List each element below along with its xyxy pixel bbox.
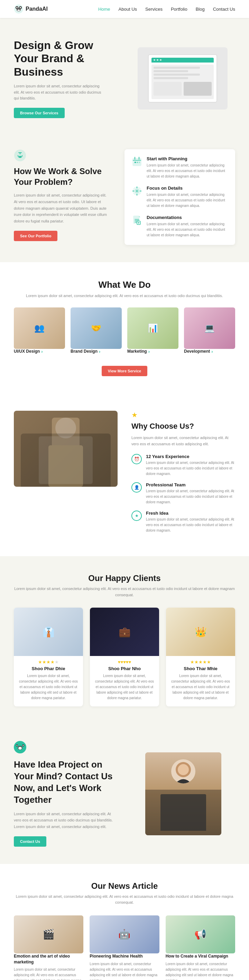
hero-mockup bbox=[138, 47, 228, 110]
how-item-2-text: Focus on Details Lorem ipsum dolor sit a… bbox=[147, 186, 228, 208]
service-label-4: Development › bbox=[184, 349, 235, 354]
star-2: ★ bbox=[42, 659, 46, 665]
news-image-1: 🎬 bbox=[14, 915, 83, 953]
why-item-3: ★ Fresh Idea Lorem ipsum dolor sit amet,… bbox=[131, 511, 235, 533]
how-item-2-title: Focus on Details bbox=[147, 186, 228, 191]
screen-bar bbox=[152, 58, 214, 62]
client-3-stars: ★ ★ ★ ★ ★ bbox=[166, 659, 235, 665]
news-title-3: How to Create a Viral Campaign bbox=[166, 953, 235, 959]
how-item-3-text: Documentations Lorem ipsum dolor sit ame… bbox=[147, 215, 228, 238]
mockup-line-4 bbox=[153, 77, 188, 79]
how-right: Start with Planning Lorem ipsum dolor si… bbox=[124, 149, 235, 245]
why-item-1-title: 12 Years Experience bbox=[146, 454, 235, 459]
why-item-2: 👤 Professional Team Lorem ipsum dolor si… bbox=[131, 482, 235, 505]
star-1: ♥ bbox=[118, 659, 121, 665]
why-description: Lorem ipsum dolor sit amet, consectetur … bbox=[131, 435, 235, 447]
arrow-icon-3: › bbox=[148, 349, 150, 354]
svg-rect-17 bbox=[139, 162, 140, 163]
news-section: Our News Article Lorem ipsum dolor sit a… bbox=[0, 864, 249, 980]
why-right: ★ Why Choose Us? Lorem ipsum dolor sit a… bbox=[131, 411, 235, 539]
svg-point-3 bbox=[16, 7, 18, 8]
cta-left: Have Idea Project on Your Mind? Contact … bbox=[14, 741, 118, 846]
cta-heading: Have Idea Project on Your Mind? Contact … bbox=[14, 759, 118, 805]
client-image-1: 👔 bbox=[14, 608, 83, 656]
svg-point-41 bbox=[18, 747, 22, 749]
why-heading: Why Choose Us? bbox=[131, 422, 235, 431]
cta-avatar bbox=[14, 741, 26, 753]
news-title-1: Emotion and the art of video marketing bbox=[14, 953, 83, 965]
why-item-2-desc: Lorem ipsum dolor sit amet, consectetur … bbox=[146, 488, 235, 505]
what-description: Lorem ipsum dolor sit amet, consectetur … bbox=[14, 294, 235, 298]
nav-links: Home About Us Services Portfolio Blog Co… bbox=[98, 6, 235, 12]
nav-contact[interactable]: Contact Us bbox=[213, 6, 235, 12]
hero-cta-button[interactable]: Browse Our Services bbox=[14, 108, 65, 118]
why-item-1-desc: Lorem ipsum dolor sit amet, consectetur … bbox=[146, 460, 235, 477]
svg-point-4 bbox=[20, 7, 21, 8]
clients-heading: Our Happy Clients bbox=[14, 573, 235, 583]
nav-about[interactable]: About Us bbox=[119, 6, 137, 12]
service-image-4: 💻 bbox=[184, 307, 235, 349]
client-card-2: 💼 ♥ ♥ ♥ ♥ ♥ Shoo Phar Nho Lorem ipsum do… bbox=[90, 608, 159, 706]
news-card-1: 🎬 Emotion and the art of video marketing… bbox=[14, 915, 83, 980]
service-card-1: 👥 UI/UX Design › bbox=[14, 307, 65, 354]
clock-icon: ⏰ bbox=[131, 454, 142, 464]
svg-point-8 bbox=[19, 9, 20, 10]
how-item-3-desc: Lorem ipsum dolor sit amet, consectetur … bbox=[147, 221, 228, 238]
news-image-3: 📢 bbox=[166, 915, 235, 953]
why-item-3-desc: Lorem ipsum dolor sit amet, consectetur … bbox=[146, 517, 235, 533]
star-4: ★ bbox=[203, 659, 207, 665]
nav-services[interactable]: Services bbox=[145, 6, 163, 12]
star-5: ♥ bbox=[129, 659, 131, 665]
why-image bbox=[14, 411, 118, 487]
news-card-3: 📢 How to Create a Viral Campaign Lorem i… bbox=[166, 915, 235, 980]
mockup-content bbox=[152, 65, 214, 99]
nav-home[interactable]: Home bbox=[98, 6, 110, 12]
mockup-line-3 bbox=[153, 73, 200, 76]
star-2: ♥ bbox=[120, 659, 123, 665]
how-item-1-desc: Lorem ipsum dolor sit amet, consectetur … bbox=[147, 163, 228, 179]
how-item-1: Start with Planning Lorem ipsum dolor si… bbox=[131, 156, 228, 179]
client-1-text: Lorem ipsum dolor sit amet, consectetur … bbox=[14, 673, 83, 701]
client-1-name: Shoo Phar Dhie bbox=[14, 666, 83, 671]
dot-1 bbox=[153, 59, 155, 61]
news-title-2: Pioneering Machine Health bbox=[89, 953, 159, 959]
hero-heading: Design & Grow Your Brand & Business bbox=[14, 39, 119, 78]
star-2: ★ bbox=[194, 659, 198, 665]
clients-section: Our Happy Clients Lorem ipsum dolor sit … bbox=[0, 556, 249, 724]
service-image-2: 🤝 bbox=[70, 307, 122, 349]
clients-description: Lorem ipsum dolor sit amet, consectetur … bbox=[14, 586, 235, 598]
why-item-3-title: Fresh Idea bbox=[146, 511, 235, 516]
cta-contact-button[interactable]: Contact Us bbox=[14, 836, 46, 847]
dot-3 bbox=[160, 59, 161, 61]
service-card-3: 📊 Marketing › bbox=[127, 307, 179, 354]
how-left: How We Work & Solve Your Problem? Lorem … bbox=[14, 149, 111, 241]
service-label-3: Marketing › bbox=[127, 349, 179, 354]
hero-description: Lorem ipsum dolor sit amet, consectetur … bbox=[14, 83, 104, 102]
arrow-icon-1: › bbox=[41, 349, 43, 354]
star-1: ★ bbox=[38, 659, 42, 665]
how-item-3-title: Documentations bbox=[147, 215, 228, 220]
how-portfolio-button[interactable]: See Our Portfolio bbox=[14, 231, 57, 241]
how-item-1-text: Start with Planning Lorem ipsum dolor si… bbox=[147, 156, 228, 179]
view-more-service-button[interactable]: View More Service bbox=[102, 366, 147, 376]
client-2-text: Lorem ipsum dolor sit amet, consectetur … bbox=[90, 673, 159, 701]
why-item-2-title: Professional Team bbox=[146, 482, 235, 487]
why-item-1: ⏰ 12 Years Experience Lorem ipsum dolor … bbox=[131, 454, 235, 477]
nav-blog[interactable]: Blog bbox=[196, 6, 205, 12]
why-section: ★ Why Choose Us? Lorem ipsum dolor sit a… bbox=[0, 393, 249, 556]
news-card-2: 🤖 Pioneering Machine Health Lorem ipsum … bbox=[89, 915, 159, 980]
nav-portfolio[interactable]: Portfolio bbox=[171, 6, 187, 12]
client-3-text: Lorem ipsum dolor sit amet, consectetur … bbox=[166, 673, 235, 701]
news-image-2: 🤖 bbox=[89, 915, 159, 953]
star-5: ★ bbox=[55, 659, 59, 665]
what-section: What We Do Lorem ipsum dolor sit amet, c… bbox=[0, 262, 249, 393]
arrow-icon-2: › bbox=[99, 349, 100, 354]
how-item-1-title: Start with Planning bbox=[147, 156, 228, 161]
client-2-name: Shoo Phar Nho bbox=[90, 666, 159, 671]
client-card-1: 👔 ★ ★ ★ ★ ★ Shoo Phar Dhie Lorem ipsum d… bbox=[14, 608, 83, 706]
service-image-3: 📊 bbox=[127, 307, 179, 349]
news-text-2: Lorem ipsum dolor sit amet, consectetur … bbox=[89, 961, 159, 980]
news-heading: Our News Article bbox=[14, 881, 235, 891]
star-4: ★ bbox=[51, 659, 55, 665]
svg-point-9 bbox=[14, 150, 26, 161]
